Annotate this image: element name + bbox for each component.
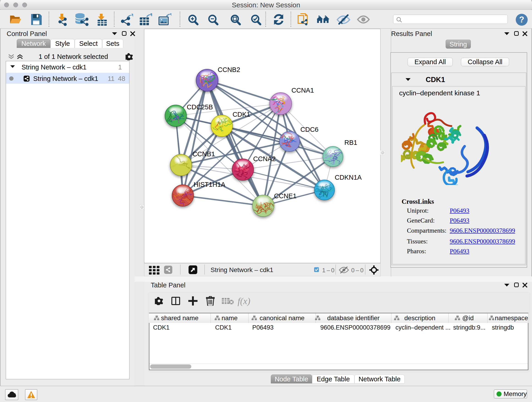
svg-text:?: ? — [519, 15, 524, 24]
svg-text:RB1: RB1 — [344, 139, 357, 146]
svg-text:CCNE1: CCNE1 — [274, 192, 297, 200]
svg-text:CDC25B: CDC25B — [187, 103, 213, 111]
svg-text:CCNB2: CCNB2 — [218, 66, 240, 73]
svg-text:CCNA2: CCNA2 — [253, 155, 276, 162]
svg-text:CCNA1: CCNA1 — [291, 87, 314, 94]
svg-text:CDC6: CDC6 — [300, 126, 318, 133]
svg-text:CDK1: CDK1 — [233, 111, 250, 118]
svg-text:HIST1H1A: HIST1H1A — [194, 181, 225, 188]
svg-text:CDKN1A: CDKN1A — [335, 174, 362, 181]
svg-text:CCNB1: CCNB1 — [192, 150, 215, 158]
